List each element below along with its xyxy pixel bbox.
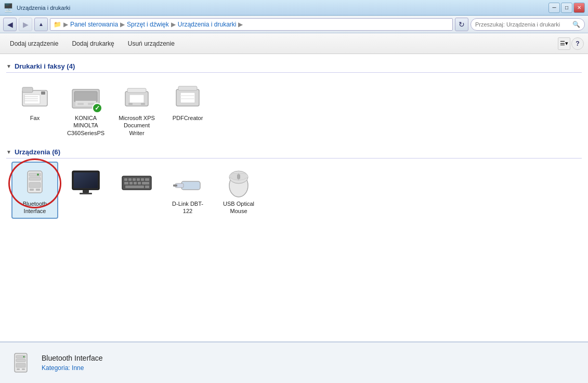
breadcrumb-devices[interactable]: Urządzenia i drukarki bbox=[178, 21, 237, 28]
search-input[interactable] bbox=[475, 21, 570, 28]
devices-section-label: Urządzenia (6) bbox=[15, 148, 60, 156]
search-box: 🔍 bbox=[471, 18, 585, 31]
status-category: Kategoria: Inne bbox=[42, 364, 103, 372]
mouse-label: USB Optical Mouse bbox=[219, 200, 258, 215]
window-title: Urządzenia i drukarki bbox=[17, 5, 70, 11]
svg-rect-50 bbox=[173, 184, 177, 187]
add-printer-button[interactable]: Dodaj drukarkę bbox=[66, 36, 120, 51]
up-button[interactable]: ▲ bbox=[34, 18, 48, 31]
close-button[interactable]: ✕ bbox=[573, 3, 585, 13]
svg-rect-27 bbox=[30, 189, 34, 191]
pdf-label: PDFCreator bbox=[173, 114, 203, 122]
svg-rect-46 bbox=[125, 186, 144, 188]
dlink-icon bbox=[171, 166, 204, 199]
svg-rect-35 bbox=[124, 178, 127, 181]
fax-icon bbox=[18, 80, 51, 113]
status-info: Bluetooth Interface Kategoria: Inne bbox=[42, 354, 103, 372]
xps-label: Microsoft XPS Document Writer bbox=[117, 114, 156, 137]
device-mouse[interactable]: USB Optical Mouse bbox=[215, 162, 262, 219]
device-pdf[interactable]: PDFCreator bbox=[164, 76, 211, 141]
printers-section-header: ▼ Drukarki i faksy (4) bbox=[6, 60, 582, 73]
bluetooth-device-icon bbox=[18, 166, 51, 199]
svg-rect-41 bbox=[124, 182, 128, 184]
device-konica[interactable]: ✓ KONICA MINOLTA C360SeriesPS bbox=[62, 76, 109, 141]
svg-point-25 bbox=[37, 174, 39, 176]
svg-rect-36 bbox=[128, 178, 132, 181]
device-keyboard[interactable] bbox=[113, 162, 160, 219]
svg-rect-44 bbox=[138, 182, 141, 184]
devices-section-header: ▼ Urządzenia (6) bbox=[6, 146, 582, 159]
title-bar-left: 🖥️ Urządzenia i drukarki bbox=[3, 3, 70, 12]
search-icon: 🔍 bbox=[572, 21, 580, 28]
device-bluetooth[interactable]: Bluetooth Interface bbox=[11, 162, 58, 219]
svg-rect-16 bbox=[141, 103, 145, 105]
view-controls: ☰▾ ? bbox=[558, 37, 584, 50]
fax-label: Fax bbox=[30, 114, 40, 122]
svg-rect-19 bbox=[180, 93, 195, 103]
status-bar: Bluetooth Interface Kategoria: Inne bbox=[0, 341, 588, 383]
title-bar-controls: ─ □ ✕ bbox=[548, 3, 585, 13]
svg-rect-32 bbox=[83, 190, 89, 193]
status-device-icon bbox=[8, 350, 33, 375]
maximize-button[interactable]: □ bbox=[561, 3, 572, 13]
printers-grid: Fax ✓ KONICA MINOLTA C360SeriesPS bbox=[6, 76, 582, 141]
svg-rect-18 bbox=[178, 86, 197, 90]
devices-grid: Bluetooth Interface bbox=[6, 162, 582, 219]
refresh-button[interactable]: ↻ bbox=[455, 18, 468, 31]
svg-rect-38 bbox=[137, 178, 140, 181]
main-content: ▼ Drukarki i faksy (4) Fax bbox=[0, 54, 588, 341]
device-dlink[interactable]: D-Link DBT-122 bbox=[164, 162, 211, 219]
svg-rect-31 bbox=[74, 173, 98, 188]
bluetooth-label: Bluetooth Interface bbox=[16, 200, 54, 215]
device-xps[interactable]: Microsoft XPS Document Writer bbox=[113, 76, 160, 141]
breadcrumb-hardware[interactable]: Sprzęt i dźwięk bbox=[127, 21, 169, 28]
breadcrumb-icon: 📁 bbox=[54, 21, 61, 28]
xps-icon bbox=[120, 80, 153, 113]
konica-icon: ✓ bbox=[69, 80, 102, 113]
svg-rect-48 bbox=[181, 181, 200, 190]
svg-rect-15 bbox=[128, 103, 133, 105]
svg-rect-43 bbox=[134, 182, 137, 184]
address-bar: ◀ ▶ ▲ 📁 ▶ Panel sterowania ▶ Sprzęt i dź… bbox=[0, 16, 588, 33]
toolbar: Dodaj urządzenie Dodaj drukarkę Usuń urz… bbox=[0, 33, 588, 54]
remove-device-button[interactable]: Usuń urządzenie bbox=[122, 36, 180, 51]
view-toggle-button[interactable]: ☰▾ bbox=[558, 37, 570, 50]
svg-rect-13 bbox=[127, 88, 146, 93]
svg-rect-40 bbox=[145, 178, 149, 181]
mouse-icon bbox=[222, 166, 255, 199]
svg-rect-28 bbox=[36, 189, 40, 191]
device-fax[interactable]: Fax bbox=[11, 76, 58, 141]
svg-rect-26 bbox=[29, 182, 41, 188]
svg-rect-59 bbox=[16, 363, 25, 367]
back-button[interactable]: ◀ bbox=[3, 18, 17, 31]
dlink-label: D-Link DBT-122 bbox=[168, 200, 207, 215]
device-monitor[interactable] bbox=[62, 162, 109, 219]
minimize-button[interactable]: ─ bbox=[548, 3, 560, 13]
keyboard-icon bbox=[120, 166, 153, 199]
svg-rect-8 bbox=[74, 91, 97, 102]
svg-rect-39 bbox=[141, 178, 144, 181]
svg-rect-42 bbox=[129, 182, 133, 184]
title-bar: 🖥️ Urządzenia i drukarki ─ □ ✕ bbox=[0, 0, 588, 16]
svg-rect-57 bbox=[16, 359, 25, 362]
svg-rect-14 bbox=[129, 95, 144, 103]
monitor-icon bbox=[69, 166, 102, 199]
pdf-icon bbox=[171, 80, 204, 113]
forward-button[interactable]: ▶ bbox=[19, 18, 32, 31]
svg-rect-37 bbox=[133, 178, 136, 181]
konica-label: KONICA MINOLTA C360SeriesPS bbox=[67, 114, 105, 137]
svg-rect-61 bbox=[22, 368, 25, 370]
svg-rect-24 bbox=[29, 177, 41, 180]
breadcrumb-panel[interactable]: Panel sterowania bbox=[70, 21, 118, 28]
svg-rect-1 bbox=[24, 95, 40, 104]
svg-rect-3 bbox=[41, 91, 45, 95]
help-button[interactable]: ? bbox=[571, 37, 584, 50]
printers-section-label: Drukarki i faksy (4) bbox=[15, 62, 75, 70]
devices-collapse-arrow[interactable]: ▼ bbox=[6, 149, 11, 155]
add-device-button[interactable]: Dodaj urządzenie bbox=[4, 36, 64, 51]
printers-collapse-arrow[interactable]: ▼ bbox=[6, 63, 11, 69]
svg-rect-60 bbox=[17, 368, 20, 370]
svg-rect-45 bbox=[142, 182, 149, 184]
status-category-value: Inne bbox=[72, 364, 84, 372]
svg-rect-47 bbox=[145, 186, 149, 188]
